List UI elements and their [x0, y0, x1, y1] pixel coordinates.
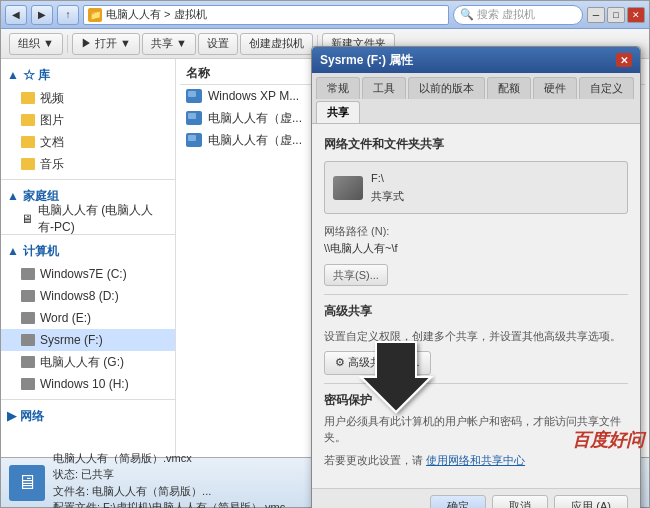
toolbar-separator-1 [67, 35, 68, 53]
drive-label-f: Sysrme (F:) [40, 333, 103, 347]
tab-tools[interactable]: 工具 [362, 77, 406, 99]
organize-label: 组织 ▼ [18, 36, 54, 51]
title-bar: ◀ ▶ ↑ 📁 电脑人人有 > 虚拟机 🔍 搜索 虚拟机 ─ □ ✕ [1, 1, 649, 29]
share-info-text: F:\ 共享式 [371, 170, 404, 205]
tab-previous-label: 以前的版本 [419, 82, 474, 94]
file-name-0: Windows XP M... [208, 89, 299, 103]
sidebar-item-video[interactable]: 视频 [1, 87, 175, 109]
network-header[interactable]: ▶ 网络 [1, 404, 175, 428]
computer-section: ▲ 计算机 Windows7E (C:) Windows8 (D:) Word … [1, 239, 175, 395]
family-section: ▲ 家庭组 🖥 电脑人人有 (电脑人人有-PC) [1, 184, 175, 230]
advanced-section-title: 高级共享 [324, 303, 628, 320]
tab-general-label: 常规 [327, 82, 349, 94]
address-bar[interactable]: 📁 电脑人人有 > 虚拟机 [83, 5, 449, 25]
apply-button[interactable]: 应用 (A) [554, 495, 628, 508]
sidebar-item-drive-e[interactable]: Word (E:) [1, 307, 175, 329]
back-button[interactable]: ◀ [5, 5, 27, 25]
dialog-content: 网络文件和文件夹共享 F:\ 共享式 网络路径 (N): \\电脑人人有~\f … [312, 124, 640, 488]
drive-icon-h [21, 378, 35, 390]
up-button[interactable]: ↑ [57, 5, 79, 25]
drive-icon-d [21, 290, 35, 302]
sidebar-item-family-pc[interactable]: 🖥 电脑人人有 (电脑人人有-PC) [1, 208, 175, 230]
settings-button[interactable]: 设置 [198, 33, 238, 55]
advanced-section: 高级共享 设置自定义权限，创建多个共享，并设置其他高级共享选项。 ⚙ 高级共享 … [324, 303, 628, 375]
section-divider-1 [324, 294, 628, 295]
sidebar-item-music[interactable]: 音乐 [1, 153, 175, 175]
computer-header[interactable]: ▲ 计算机 [1, 239, 175, 263]
tab-custom[interactable]: 自定义 [579, 77, 634, 99]
sidebar-label-family-pc: 电脑人人有 (电脑人人有-PC) [38, 202, 163, 236]
minimize-button[interactable]: ─ [587, 7, 605, 23]
create-vm-button[interactable]: 创建虚拟机 [240, 33, 313, 55]
dialog-title: Sysrme (F:) 属性 [320, 52, 413, 69]
network-path-label: 网络路径 (N): [324, 224, 628, 239]
drive-icon-c [21, 268, 35, 280]
tab-hardware[interactable]: 硬件 [533, 77, 577, 99]
dialog-title-bar: Sysrme (F:) 属性 ✕ [312, 47, 640, 73]
expand-icon-computer: ▲ [7, 244, 19, 258]
tab-tools-label: 工具 [373, 82, 395, 94]
tab-previous[interactable]: 以前的版本 [408, 77, 485, 99]
expand-icon-family: ▲ [7, 189, 19, 203]
ok-label: 确定 [447, 500, 469, 508]
drive-icon-g [21, 356, 35, 368]
tab-custom-label: 自定义 [590, 82, 623, 94]
dialog-close-button[interactable]: ✕ [616, 53, 632, 67]
column-name: 名称 [186, 65, 210, 82]
vm-icon-0 [186, 89, 202, 103]
sidebar-item-drive-d[interactable]: Windows8 (D:) [1, 285, 175, 307]
sidebar-label-pictures: 图片 [40, 112, 64, 129]
sidebar-item-drive-f[interactable]: Sysrme (F:) [1, 329, 175, 351]
sidebar-label-video: 视频 [40, 90, 64, 107]
advanced-desc: 设置自定义权限，创建多个共享，并设置其他高级共享选项。 [324, 328, 628, 345]
sidebar-item-drive-g[interactable]: 电脑人人有 (G:) [1, 351, 175, 373]
tab-general[interactable]: 常规 [316, 77, 360, 99]
maximize-button[interactable]: □ [607, 7, 625, 23]
close-button[interactable]: ✕ [627, 7, 645, 23]
drive-label-c: Windows7E (C:) [40, 267, 127, 281]
network-label: 网络 [20, 408, 44, 425]
folder-icon-music [21, 158, 35, 170]
network-link-area: 若要更改此设置，请 使用网络和共享中心 [324, 452, 628, 469]
sidebar-item-pictures[interactable]: 图片 [1, 109, 175, 131]
title-bar-controls: ─ □ ✕ [587, 7, 645, 23]
share-button[interactable]: 共享 ▼ [142, 33, 196, 55]
ok-button[interactable]: 确定 [430, 495, 486, 508]
folder-icon-video [21, 92, 35, 104]
sidebar-item-documents[interactable]: 文档 [1, 131, 175, 153]
main-window: ◀ ▶ ↑ 📁 电脑人人有 > 虚拟机 🔍 搜索 虚拟机 ─ □ ✕ 组织 ▼ … [0, 0, 650, 508]
advanced-share-button[interactable]: ⚙ 高级共享 (D)... [324, 351, 431, 375]
organize-button[interactable]: 组织 ▼ [9, 33, 63, 55]
settings-label: 设置 [207, 36, 229, 51]
create-vm-label: 创建虚拟机 [249, 36, 304, 51]
share-info-box: F:\ 共享式 [324, 161, 628, 214]
share-s-button[interactable]: 共享(S)... [324, 264, 388, 286]
sidebar: ▲ ☆ 库 视频 图片 文档 音乐 [1, 59, 176, 457]
address-text: 电脑人人有 > 虚拟机 [106, 7, 207, 22]
file-name-2: 电脑人人有（虚... [208, 132, 302, 149]
favorites-header[interactable]: ▲ ☆ 库 [1, 63, 175, 87]
sidebar-item-drive-c[interactable]: Windows7E (C:) [1, 263, 175, 285]
tab-quota[interactable]: 配额 [487, 77, 531, 99]
sidebar-item-drive-h[interactable]: Windows 10 (H:) [1, 373, 175, 395]
password-section: 密码保护 用户必须具有此计算机的用户帐户和密码，才能访问共享文件夹。 若要更改此… [324, 392, 628, 469]
network-link[interactable]: 使用网络和共享中心 [426, 454, 525, 466]
expand-icon-favorites: ▲ [7, 68, 19, 82]
share-drive-name: F:\ [371, 170, 404, 188]
vm-icon-2 [186, 133, 202, 147]
forward-button[interactable]: ▶ [31, 5, 53, 25]
status-icon: 🖥 [9, 465, 45, 501]
cancel-label: 取消 [509, 500, 531, 508]
apply-label: 应用 (A) [571, 500, 611, 508]
advanced-btn-label: ⚙ 高级共享 (D)... [335, 355, 420, 370]
share-label: 共享 ▼ [151, 36, 187, 51]
network-path-value: \\电脑人人有~\f [324, 241, 628, 256]
tab-share[interactable]: 共享 [316, 101, 360, 123]
sidebar-divider-1 [1, 179, 175, 180]
share-drive-icon [333, 176, 363, 200]
cancel-button[interactable]: 取消 [492, 495, 548, 508]
favorites-section: ▲ ☆ 库 视频 图片 文档 音乐 [1, 63, 175, 175]
open-button[interactable]: ▶ 打开 ▼ [72, 33, 140, 55]
search-bar[interactable]: 🔍 搜索 虚拟机 [453, 5, 583, 25]
drive-label-h: Windows 10 (H:) [40, 377, 129, 391]
